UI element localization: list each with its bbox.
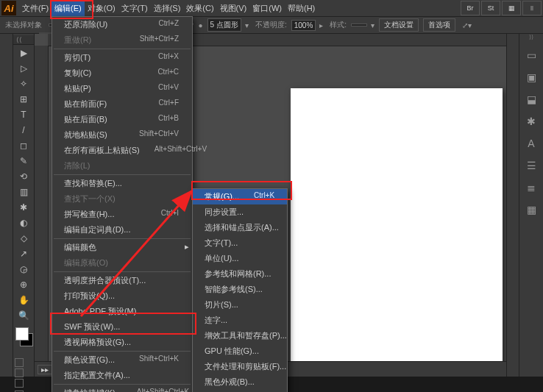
right-dock: ⟩⟩ ▭▣⬓✱A☰≣▦ [519, 34, 543, 377]
no-selection-label: 未选择对象 [5, 20, 42, 30]
tool-icon[interactable]: ✎ [15, 154, 32, 168]
panel-icon[interactable]: ⬓ [521, 90, 542, 109]
toolbox: ⟨⟨ ▶▷✧⊞T/◻✎⟲▥✱◐◇↗◶⊕✋🔍 [13, 34, 35, 377]
menu-item[interactable]: 就地粘贴(S)Shift+Ctrl+V [52, 127, 192, 143]
tool-icon[interactable]: ✧ [15, 76, 32, 91]
menu-item[interactable]: 增效工具和暂存盘(P)... [193, 328, 287, 343]
dock-icon[interactable]: Br [461, 1, 480, 15]
tool-icon[interactable]: / [15, 123, 32, 138]
menu-item[interactable]: 粘贴(P)Ctrl+V [52, 81, 192, 96]
panel-icon[interactable]: A [521, 134, 542, 153]
menu-item[interactable]: 颜色设置(G)...Shift+Ctrl+K [52, 352, 192, 368]
menu-item[interactable]: 常规(G)...Ctrl+K [193, 189, 287, 204]
menu-item[interactable]: 拼写检查(H)...Ctrl+I [52, 207, 192, 222]
panel-icon[interactable]: ▭ [521, 46, 542, 65]
edit-menu: 还原清除(U)Ctrl+Z重做(R)Shift+Ctrl+Z剪切(T)Ctrl+… [52, 16, 193, 392]
menu-item[interactable]: 单位(U)... [193, 251, 287, 266]
opacity-field[interactable]: 100% [291, 20, 316, 31]
menu-item[interactable]: SWF 预设(W)... [52, 319, 192, 335]
stroke-preset[interactable]: 5 点圆形 [207, 18, 241, 32]
tool-icon[interactable]: ✱ [15, 200, 32, 215]
color-swatch[interactable] [15, 327, 32, 354]
artboard[interactable] [291, 88, 503, 377]
menu-item[interactable]: 黑色外观(B)... [193, 374, 287, 390]
tool-icon[interactable]: ◐ [15, 215, 32, 230]
tool-icon[interactable]: ◻ [15, 138, 32, 153]
panel-icon[interactable]: ≣ [521, 178, 542, 197]
menu-item[interactable]: 剪切(T)Ctrl+X [52, 50, 192, 65]
tool-icon[interactable]: 🔍 [15, 308, 32, 323]
tool-icon[interactable]: ⊕ [15, 277, 32, 292]
menu-item: 清除(L) [52, 158, 192, 174]
menu-item: 查找下一个(X) [52, 191, 192, 207]
menu-item[interactable]: 文字(T)... [193, 235, 287, 251]
menu-item: 重做(R)Shift+Ctrl+Z [52, 32, 192, 48]
menu-item[interactable]: 参考线和网格(R)... [193, 266, 287, 282]
tool-icon[interactable]: ◶ [15, 262, 32, 277]
panel-icon[interactable]: ☰ [521, 156, 542, 175]
menu-item[interactable]: 编辑自定词典(D)... [52, 222, 192, 238]
tool-icon[interactable]: T [15, 107, 32, 122]
menu-item[interactable]: GPU 性能(G)... [193, 343, 287, 359]
style-field[interactable] [351, 24, 367, 26]
menu-效果(C)[interactable]: 效果(C) [183, 1, 216, 16]
menu-item[interactable]: 键盘快捷键(K)...Alt+Shift+Ctrl+K [52, 385, 192, 392]
menu-item[interactable]: 同步设置... [193, 204, 287, 220]
tool-icon[interactable]: ✋ [15, 293, 32, 307]
panel-icon[interactable]: ▦ [521, 200, 542, 219]
menu-item[interactable]: 编辑颜色▸ [52, 240, 192, 255]
app-icon: Ai [1, 1, 16, 15]
menu-item[interactable]: 文件处理和剪贴板(F)... [193, 359, 287, 374]
menu-文字(T)[interactable]: 文字(T) [118, 1, 151, 16]
pref-button[interactable]: 首选项 [423, 18, 455, 32]
dock-icon[interactable]: ▦ [502, 1, 521, 15]
menu-窗口(W)[interactable]: 窗口(W) [249, 1, 285, 16]
menu-视图(V)[interactable]: 视图(V) [217, 1, 250, 16]
dock-icon[interactable]: ⫴ [522, 1, 542, 15]
menu-item: 编辑原稿(O) [52, 255, 192, 271]
menu-选择(S)[interactable]: 选择(S) [151, 1, 184, 16]
doc-setup-button[interactable]: 文档设置 [379, 18, 419, 32]
menu-item[interactable]: 智能参考线(S)... [193, 282, 287, 297]
nav-first[interactable]: ▸▸ [38, 365, 52, 374]
tool-icon[interactable]: ⊞ [15, 92, 32, 107]
ruler-vertical [35, 46, 49, 362]
opacity-label: 不透明度: [255, 20, 287, 30]
menu-item[interactable]: 切片(S)... [193, 297, 287, 313]
menubar: Ai 文件(F)编辑(E)对象(O)文字(T)选择(S)效果(C)视图(V)窗口… [0, 0, 543, 17]
menu-item[interactable]: 复制(C)Ctrl+C [52, 65, 192, 81]
panel-icon[interactable]: ✱ [521, 112, 542, 131]
menu-item[interactable]: 透视网格预设(G)... [52, 335, 192, 350]
style-label: 样式: [330, 20, 347, 30]
menu-item[interactable]: 透明度拼合器预设(T)... [52, 273, 192, 288]
menu-编辑(E)[interactable]: 编辑(E) [52, 1, 85, 16]
tool-icon[interactable]: ⟲ [15, 169, 32, 184]
tool-icon[interactable]: ▶ [15, 46, 32, 60]
menu-对象(O)[interactable]: 对象(O) [85, 1, 118, 16]
left-strip [0, 34, 13, 377]
menu-item[interactable]: 贴在前面(F)Ctrl+F [52, 96, 192, 112]
menu-item[interactable]: 指定配置文件(A)... [52, 368, 192, 383]
tool-icon[interactable]: ↗ [15, 246, 32, 261]
right-strip [506, 34, 519, 377]
menu-帮助(H)[interactable]: 帮助(H) [285, 1, 318, 16]
menu-文件(F)[interactable]: 文件(F) [19, 1, 52, 16]
menu-item[interactable]: 连字... [193, 313, 287, 328]
menu-item[interactable]: 选择和锚点显示(A)... [193, 220, 287, 235]
dock-icon[interactable]: St [481, 1, 500, 15]
menu-item[interactable]: 贴在后面(B)Ctrl+B [52, 112, 192, 127]
menu-item[interactable]: 查找和替换(E)... [52, 176, 192, 191]
menu-item[interactable]: 打印预设(Q)... [52, 288, 192, 304]
menu-item[interactable]: 在所有画板上粘贴(S)Alt+Shift+Ctrl+V [52, 143, 192, 158]
panel-icon[interactable]: ▣ [521, 68, 542, 87]
color-mode-icons[interactable] [15, 358, 32, 388]
preferences-submenu: 常规(G)...Ctrl+K同步设置...选择和锚点显示(A)...文字(T).… [192, 188, 288, 392]
menu-item[interactable]: Adobe PDF 预设(M)... [52, 304, 192, 319]
tool-icon[interactable]: ▥ [15, 185, 32, 199]
tool-icon[interactable]: ▷ [15, 61, 32, 76]
tool-icon[interactable]: ◇ [15, 231, 32, 246]
menu-item[interactable]: 还原清除(U)Ctrl+Z [52, 17, 192, 32]
